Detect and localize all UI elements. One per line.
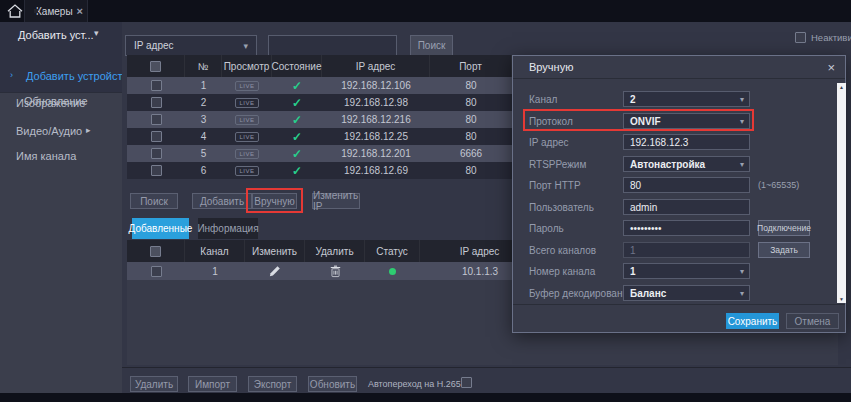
live-badge[interactable]: LIVE	[235, 115, 258, 125]
caret-down-icon: ▾	[740, 117, 744, 126]
search-devices-button[interactable]: Поиск	[130, 193, 178, 209]
caret-right-icon: ▸	[86, 125, 91, 135]
auto-h265-checkbox[interactable]	[461, 377, 472, 388]
refresh-button[interactable]: Обновить	[308, 376, 357, 392]
select-all-checkbox[interactable]	[150, 61, 161, 72]
col-ip: IP адрес	[322, 55, 430, 77]
row-checkbox[interactable]	[151, 114, 162, 125]
status-online-dot	[389, 268, 396, 275]
username-field[interactable]: admin	[623, 199, 750, 215]
total-channels-field: 1	[623, 242, 750, 258]
export-button[interactable]: Экспорт	[248, 376, 297, 392]
ip-address-field[interactable]: 192.168.12.3	[623, 134, 750, 150]
http-port-hint: (1~65535)	[758, 177, 799, 193]
sidebar: Добавить уст... ▾ › Добавить устройство …	[0, 22, 122, 393]
auto-h265-label: Автопереход на H.265	[368, 379, 461, 389]
tab-cameras[interactable]: Камеры ×	[24, 0, 88, 22]
connect-button[interactable]: Подключение	[758, 220, 810, 236]
live-badge[interactable]: LIVE	[235, 98, 258, 108]
add-button[interactable]: Добавить	[192, 193, 252, 209]
caret-down-icon: ▾	[243, 41, 248, 51]
home-icon[interactable]	[7, 4, 23, 18]
search-filter-select[interactable]: IP адрес ▾	[125, 35, 257, 56]
channel-number-select[interactable]: 1 ▾	[623, 263, 750, 279]
delete-trash-icon[interactable]	[330, 265, 341, 278]
row-checkbox[interactable]	[151, 97, 162, 108]
sidebar-item-image[interactable]: Изображение	[16, 97, 85, 109]
caret-down-icon[interactable]: ▾	[94, 28, 99, 38]
row-port: 80	[430, 80, 512, 91]
sidebar-item-video-audio[interactable]: Видео/Аудио	[16, 125, 82, 137]
channel-select[interactable]: 2 ▾	[623, 91, 750, 107]
manual-highlight-box	[246, 188, 303, 213]
sidebar-item-channel-name[interactable]: Имя канала	[16, 150, 76, 162]
row-checkbox[interactable]	[151, 148, 162, 159]
sidebar-group-header[interactable]: Добавить уст...	[18, 26, 94, 44]
row-ip: 192.168.12.106	[322, 80, 430, 91]
sidebar-item-add-device[interactable]: Добавить устройство	[26, 70, 134, 82]
sidebar-group-add-device: Добавить уст... ▾ › Добавить устройство …	[0, 22, 122, 92]
save-button[interactable]: Сохранить	[726, 313, 779, 329]
tab-added[interactable]: Добавленные	[132, 218, 189, 239]
tab-information[interactable]: Информация	[198, 218, 258, 239]
caret-down-icon: ▾	[740, 267, 744, 276]
dialog-divider	[513, 304, 845, 305]
change-ip-button[interactable]: Изменить IP	[312, 193, 360, 209]
col-edit: Изменить	[245, 240, 305, 262]
live-badge[interactable]: LIVE	[235, 81, 258, 91]
col-view: Просмотр	[222, 55, 272, 77]
ip-address-label: IP адрес	[529, 134, 569, 150]
row-port: 80	[430, 114, 512, 125]
bottom-strip	[0, 393, 851, 402]
title-bar: Камеры ×	[0, 0, 851, 22]
col-channel: Канал	[185, 240, 245, 262]
scroll-down-icon[interactable]: ▼	[839, 295, 844, 303]
live-badge[interactable]: LIVE	[235, 132, 258, 142]
decode-buffer-label: Буфер декодирования	[529, 285, 633, 301]
check-icon: ✓	[292, 113, 302, 127]
row-ip: 192.168.12.69	[322, 165, 430, 176]
tab-close-icon[interactable]: ×	[77, 5, 83, 17]
caret-down-icon: ▾	[740, 95, 744, 104]
set-button[interactable]: Задать	[758, 242, 810, 258]
chevron-right-icon: ›	[10, 70, 13, 80]
password-label: Пароль	[529, 220, 564, 236]
dialog-title: Вручную	[529, 61, 827, 73]
row-checkbox[interactable]	[151, 80, 162, 91]
dialog-close-icon[interactable]: ×	[827, 60, 835, 75]
row-ip: 192.168.12.201	[322, 148, 430, 159]
delete-button[interactable]: Удалить	[130, 376, 178, 392]
select-all-checkbox[interactable]	[150, 246, 161, 257]
inactive-checkbox[interactable]	[795, 32, 806, 43]
caret-down-icon: ▾	[740, 160, 744, 169]
cancel-button[interactable]: Отмена	[786, 313, 839, 329]
app-window: Камеры × Добавить уст... ▾ › Добавить ус…	[0, 0, 851, 402]
http-port-field[interactable]: 80	[623, 177, 750, 193]
col-status: Статус	[365, 240, 420, 262]
search-button[interactable]: Поиск	[410, 35, 453, 56]
search-input[interactable]	[268, 35, 397, 56]
import-button[interactable]: Импорт	[188, 376, 237, 392]
footer-divider	[122, 367, 851, 368]
password-field[interactable]: •••••••••	[623, 220, 750, 236]
caret-down-icon: ▾	[740, 289, 744, 298]
col-delete: Удалить	[305, 240, 365, 262]
total-channels-label: Всего каналов	[529, 242, 596, 258]
manual-add-dialog: Вручную × Канал 2 ▾ Протокол ONVIF ▾ IP …	[512, 55, 846, 333]
rtsp-mode-select[interactable]: Автонастройка ▾	[623, 156, 750, 172]
protocol-select[interactable]: ONVIF ▾	[623, 113, 750, 129]
channel-label: Канал	[529, 91, 557, 107]
edit-pencil-icon[interactable]	[269, 265, 281, 277]
check-icon: ✓	[292, 147, 302, 161]
row-checkbox[interactable]	[151, 266, 162, 277]
decode-buffer-select[interactable]: Баланс ▾	[623, 285, 750, 301]
col-state: Состояние	[272, 55, 322, 77]
row-checkbox[interactable]	[151, 165, 162, 176]
row-checkbox[interactable]	[151, 131, 162, 142]
row-port: 80	[430, 97, 512, 108]
live-badge[interactable]: LIVE	[235, 166, 258, 176]
scroll-up-icon[interactable]: ▲	[839, 83, 844, 91]
dialog-scrollbar[interactable]: ▲ ▼	[837, 83, 846, 303]
live-badge[interactable]: LIVE	[235, 149, 258, 159]
dialog-title-bar: Вручную ×	[513, 56, 845, 79]
